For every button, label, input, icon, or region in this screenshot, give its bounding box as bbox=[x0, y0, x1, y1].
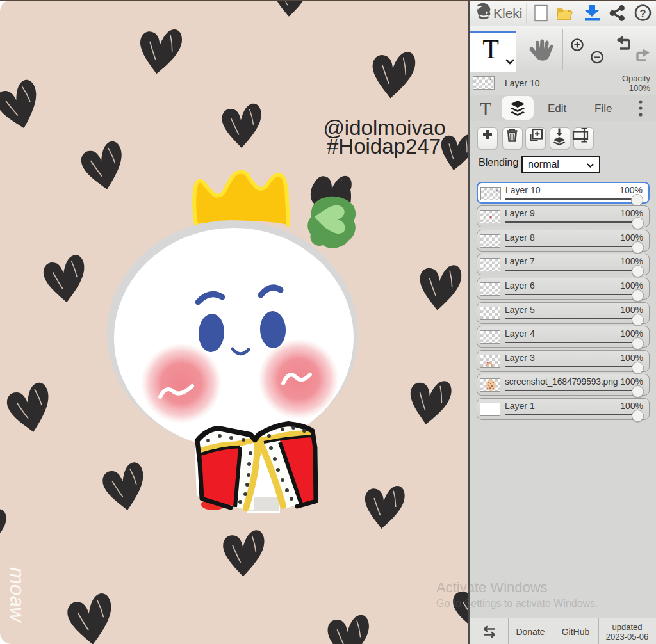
svg-text:moaw: moaw bbox=[6, 567, 29, 623]
svg-text:Edit: Edit bbox=[548, 102, 567, 115]
svg-text:Kleki: Kleki bbox=[493, 6, 523, 20]
svg-text:T: T bbox=[482, 35, 499, 64]
svg-text:File: File bbox=[594, 102, 612, 115]
svg-text:#Hoidap247: #Hoidap247 bbox=[327, 134, 441, 158]
svg-text:?: ? bbox=[639, 8, 646, 20]
svg-text:T: T bbox=[480, 99, 491, 119]
